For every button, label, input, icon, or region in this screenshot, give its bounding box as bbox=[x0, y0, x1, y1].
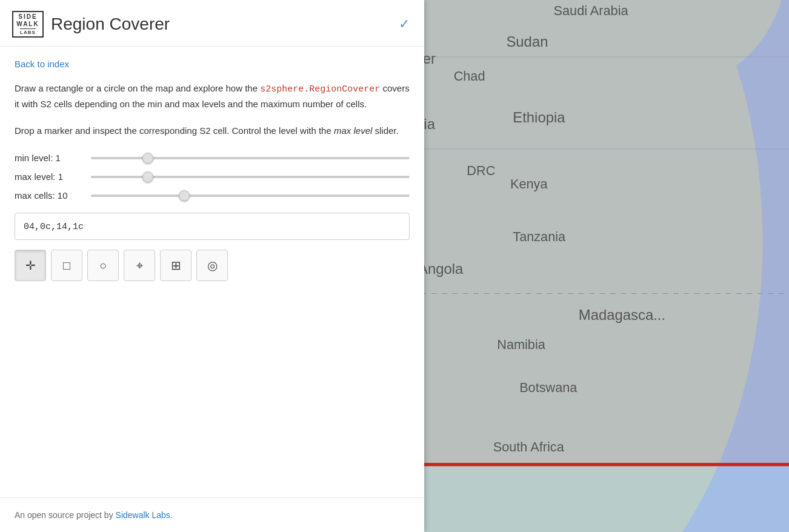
sidewalk-labs-link[interactable]: Sidewalk Labs bbox=[116, 510, 170, 520]
drop-italic: max level bbox=[334, 125, 372, 136]
svg-text:Namibia: Namibia bbox=[497, 337, 545, 352]
logo-box: SIDE WALK LABS bbox=[12, 11, 44, 38]
logo-line1: SIDE bbox=[18, 13, 37, 21]
desc-line1: Draw a rectangle or a circle on the map … bbox=[15, 83, 260, 93]
footer-text-end: . bbox=[170, 510, 173, 520]
panel-header: SIDE WALK LABS Region Coverer ✓ bbox=[0, 0, 424, 47]
logo-line3: LABS bbox=[20, 28, 36, 36]
max-level-label: max level: 1 bbox=[15, 171, 81, 182]
cells-input-wrapper bbox=[15, 213, 410, 240]
drop-end: slider. bbox=[372, 125, 398, 136]
svg-text:Botswana: Botswana bbox=[519, 380, 578, 395]
target-tool-button[interactable]: ◎ bbox=[196, 250, 228, 281]
min-level-row: min level: 1 bbox=[15, 153, 410, 163]
panel-content: Back to index Draw a rectangle or a circ… bbox=[0, 47, 424, 305]
svg-text:DRC: DRC bbox=[467, 163, 495, 178]
circle-tool-button[interactable]: ○ bbox=[87, 250, 119, 281]
marker-tool-button[interactable]: ⌖ bbox=[124, 250, 155, 281]
back-to-index-link[interactable]: Back to index bbox=[15, 59, 410, 69]
footer-text: An open source project by bbox=[15, 510, 116, 520]
svg-text:Angola: Angola bbox=[418, 261, 464, 277]
app-title: Region Coverer bbox=[51, 15, 170, 34]
cells-input[interactable] bbox=[24, 222, 401, 232]
max-level-row: max level: 1 bbox=[15, 171, 410, 182]
svg-text:Chad: Chad bbox=[454, 68, 485, 84]
max-level-slider[interactable] bbox=[91, 176, 410, 178]
svg-text:Tanzania: Tanzania bbox=[513, 229, 566, 244]
sliders-section: min level: 1 max level: 1 max cells: 10 bbox=[15, 153, 410, 201]
move-tool-button[interactable]: ✛ bbox=[15, 250, 46, 281]
description-text: Draw a rectangle or a circle on the map … bbox=[15, 81, 410, 111]
min-level-slider[interactable] bbox=[91, 157, 410, 159]
code-ref: s2sphere.RegionCoverer bbox=[260, 84, 380, 95]
svg-text:Madagasca...: Madagasca... bbox=[579, 307, 665, 323]
drop-text: Drop a marker and inspect the correspond… bbox=[15, 125, 334, 136]
rectangle-tool-button[interactable]: □ bbox=[51, 250, 82, 281]
chevron-down-icon[interactable]: ✓ bbox=[399, 16, 410, 32]
max-cells-label: max cells: 10 bbox=[15, 190, 81, 201]
drop-description-text: Drop a marker and inspect the correspond… bbox=[15, 124, 410, 138]
svg-text:Kenya: Kenya bbox=[510, 176, 548, 191]
svg-text:Saudi Arabia: Saudi Arabia bbox=[554, 3, 629, 18]
panel-footer: An open source project by Sidewalk Labs. bbox=[0, 497, 424, 532]
min-level-label: min level: 1 bbox=[15, 153, 81, 163]
tools-row: ✛ □ ○ ⌖ ⊞ ◎ bbox=[15, 250, 410, 281]
svg-text:Sudan: Sudan bbox=[506, 33, 548, 50]
logo-line2: WALK bbox=[16, 21, 39, 28]
sidebar-panel: SIDE WALK LABS Region Coverer ✓ Back to … bbox=[0, 0, 424, 532]
svg-text:South Africa: South Africa bbox=[493, 439, 565, 454]
grid-tool-button[interactable]: ⊞ bbox=[160, 250, 191, 281]
svg-text:Ethiopia: Ethiopia bbox=[513, 109, 565, 125]
max-cells-slider[interactable] bbox=[91, 195, 410, 197]
max-cells-row: max cells: 10 bbox=[15, 190, 410, 201]
logo-title: SIDE WALK LABS Region Coverer bbox=[12, 11, 170, 38]
